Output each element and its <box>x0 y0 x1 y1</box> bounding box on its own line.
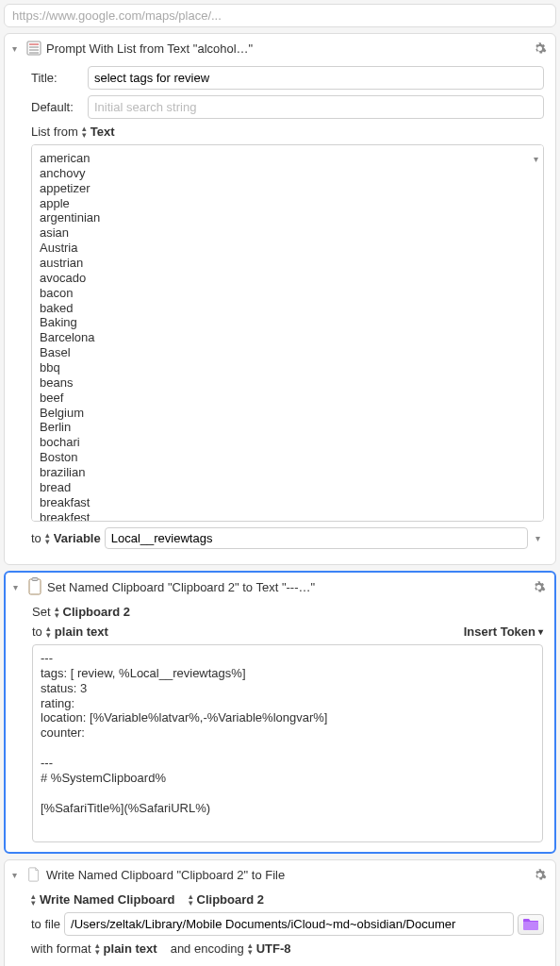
variable-name-input[interactable] <box>105 527 528 549</box>
insert-token-label: Insert Token <box>464 625 535 639</box>
gear-icon[interactable] <box>530 578 547 595</box>
tofile-label: to file <box>31 917 60 931</box>
to-label: to <box>32 625 42 639</box>
wnc-token-stepper[interactable]: ▴▾ <box>189 893 193 907</box>
title-label: Title: <box>31 71 80 85</box>
list-icon <box>26 41 41 56</box>
wnc-stepper[interactable]: ▴▾ <box>31 893 36 907</box>
set-token[interactable]: Clipboard 2 <box>63 605 131 619</box>
svg-rect-6 <box>32 578 38 581</box>
block-header[interactable]: ▾ Set Named Clipboard "Clipboard 2" to T… <box>6 573 554 601</box>
svg-rect-5 <box>29 579 41 594</box>
block-title: Set Named Clipboard "Clipboard 2" to Tex… <box>47 580 525 594</box>
set-label: Set <box>32 605 51 619</box>
encoding-token[interactable]: UTF-8 <box>256 941 291 956</box>
choose-folder-button[interactable] <box>518 914 544 935</box>
wnc-label[interactable]: Write Named Clipboard <box>40 892 175 907</box>
format-token[interactable]: plain text <box>104 941 157 956</box>
gear-icon[interactable] <box>531 866 548 883</box>
chevron-down-icon: ▾ <box>538 626 543 637</box>
disclosure-triangle[interactable]: ▾ <box>12 870 22 880</box>
to-token[interactable]: Variable <box>54 531 101 545</box>
file-path-input[interactable] <box>64 912 514 936</box>
action-prompt-with-list: ▾ Prompt With List from Text "alcohol…" … <box>4 33 556 565</box>
block-header[interactable]: ▾ Write Named Clipboard "Clipboard 2" to… <box>5 860 555 889</box>
clipboard-icon <box>27 579 42 594</box>
chevron-down-icon[interactable]: ▾ <box>534 154 538 164</box>
to-stepper[interactable]: ▴▾ <box>45 532 50 545</box>
gear-icon[interactable] <box>531 40 548 57</box>
to-label: to <box>31 531 41 545</box>
encoding-stepper[interactable]: ▴▾ <box>248 942 253 956</box>
wnc-token[interactable]: Clipboard 2 <box>197 892 265 907</box>
format-label: with format <box>31 941 91 956</box>
block-title: Write Named Clipboard "Clipboard 2" to F… <box>46 868 526 882</box>
block-header[interactable]: ▾ Prompt With List from Text "alcohol…" <box>5 34 555 62</box>
action-set-named-clipboard: ▾ Set Named Clipboard "Clipboard 2" to T… <box>4 571 556 854</box>
insert-token-button[interactable]: Insert Token ▾ <box>464 625 543 639</box>
list-textarea[interactable]: american anchovy appetizer apple argenti… <box>31 144 544 522</box>
svg-rect-7 <box>523 921 538 930</box>
set-stepper[interactable]: ▴▾ <box>55 606 59 619</box>
file-icon <box>26 867 41 882</box>
listfrom-label: List from <box>31 125 78 139</box>
listfrom-stepper[interactable]: ▴▾ <box>82 125 87 139</box>
chevron-down-icon[interactable]: ▾ <box>532 533 544 543</box>
to-token[interactable]: plain text <box>55 625 108 639</box>
block-title: Prompt With List from Text "alcohol…" <box>46 42 526 56</box>
to-stepper[interactable]: ▴▾ <box>46 625 51 639</box>
format-stepper[interactable]: ▴▾ <box>95 942 100 956</box>
disclosure-triangle[interactable]: ▾ <box>13 582 23 592</box>
disclosure-triangle[interactable]: ▾ <box>12 43 22 54</box>
title-input[interactable] <box>88 66 544 90</box>
url-preview: https://www.google.com/maps/place/... <box>4 4 556 27</box>
default-label: Default: <box>31 100 80 114</box>
listfrom-token[interactable]: Text <box>91 125 115 139</box>
default-input[interactable] <box>88 95 544 119</box>
action-write-named-clipboard-to-file: ▾ Write Named Clipboard "Clipboard 2" to… <box>4 859 556 966</box>
content-textarea[interactable]: --- tags: [ review, %Local__reviewtags%]… <box>32 644 543 842</box>
encoding-label: and encoding <box>171 941 244 956</box>
